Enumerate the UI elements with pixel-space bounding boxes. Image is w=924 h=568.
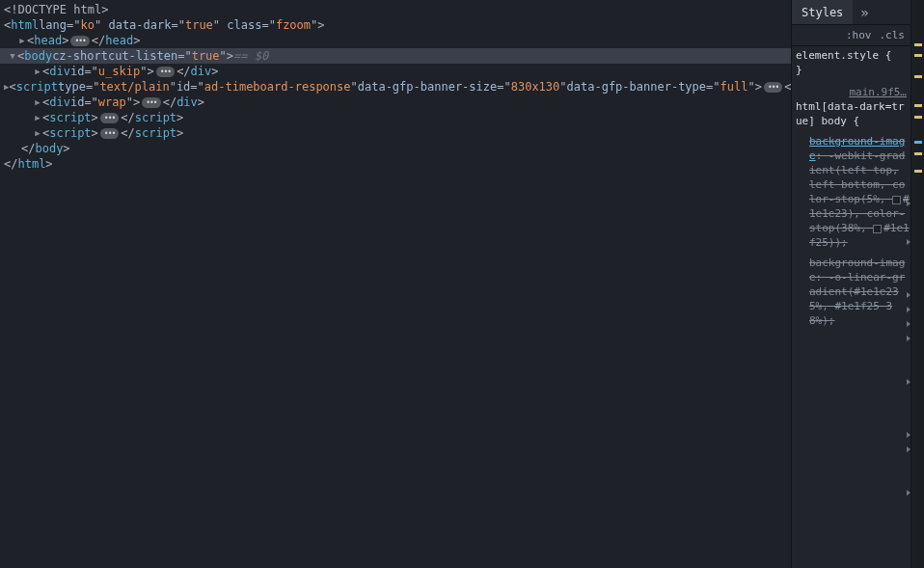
expand-toggle-icon[interactable]: ▶: [33, 97, 42, 107]
hov-button[interactable]: :hov: [846, 29, 872, 41]
expand-toggle-icon[interactable]: ▶: [33, 113, 42, 122]
minimap-marker[interactable]: [914, 43, 922, 46]
markers-column: [910, 0, 924, 568]
styles-panel: Styles » :hov .cls element.style { } mai…: [791, 0, 910, 568]
css-property[interactable]: background-image: -webkit-gradient(left …: [796, 134, 910, 250]
dom-child-node[interactable]: ▶<div id="u_skip">•••</div>: [0, 64, 791, 79]
color-swatch-icon[interactable]: [873, 225, 882, 233]
ellipsis-icon[interactable]: •••: [156, 67, 175, 77]
dom-html-open[interactable]: <html lang="ko" data-dark="true" class="…: [0, 17, 791, 33]
dom-doctype[interactable]: <!DOCTYPE html>: [0, 2, 791, 17]
styles-filter-row: :hov .cls: [792, 25, 910, 46]
color-swatch-icon[interactable]: [892, 196, 901, 204]
dom-child-node[interactable]: ▶<script>•••</script>: [0, 110, 791, 125]
styles-tabs: Styles »: [792, 0, 910, 25]
dom-body-open[interactable]: ▼ <body cz-shortcut-listen="true" > == $…: [0, 48, 791, 64]
minimap-marker[interactable]: [914, 104, 922, 107]
dom-child-node[interactable]: ▶<script type="text/plain" id="ad-timebo…: [0, 79, 791, 95]
ellipsis-icon[interactable]: •••: [70, 36, 89, 46]
dom-head[interactable]: ▶ <head> ••• </head>: [0, 33, 791, 48]
stylesheet-source-link[interactable]: main.9f5…: [796, 85, 910, 99]
minimap-marker[interactable]: [914, 75, 922, 78]
minimap-marker[interactable]: [914, 116, 922, 119]
ellipsis-icon[interactable]: •••: [100, 128, 119, 139]
styles-rules[interactable]: element.style { } main.9f5… html[data-da…: [792, 46, 910, 568]
ellipsis-icon[interactable]: •••: [142, 97, 160, 108]
ellipsis-icon[interactable]: •••: [764, 82, 782, 93]
expand-toggle-icon[interactable]: ▶: [17, 36, 27, 45]
styles-overflow-strip: [903, 46, 910, 568]
dom-body-close[interactable]: </body>: [0, 141, 791, 156]
expand-toggle-icon[interactable]: ▶: [33, 67, 42, 76]
style-rule[interactable]: element.style { }: [796, 48, 910, 77]
minimap-marker[interactable]: [914, 152, 922, 155]
style-rule[interactable]: main.9f5… html[data-dark=true] body { ba…: [796, 85, 910, 328]
tab-styles[interactable]: Styles: [792, 0, 853, 24]
expand-toggle-icon[interactable]: ▶: [33, 128, 42, 138]
selected-node-marker: == $0: [233, 49, 268, 63]
minimap-marker[interactable]: [914, 54, 922, 57]
cls-button[interactable]: .cls: [880, 29, 906, 41]
dom-html-close[interactable]: </html>: [0, 156, 791, 172]
dom-child-node[interactable]: ▶<div id="wrap">•••</div>: [0, 95, 791, 110]
collapse-toggle-icon[interactable]: ▼: [8, 51, 17, 61]
ellipsis-icon[interactable]: •••: [100, 113, 119, 123]
elements-tree[interactable]: <!DOCTYPE html> <html lang="ko" data-dar…: [0, 0, 791, 568]
more-tabs-icon[interactable]: »: [853, 5, 876, 20]
minimap-marker[interactable]: [914, 141, 922, 144]
minimap-marker[interactable]: [914, 170, 922, 173]
css-property[interactable]: background-image: -o-linear-gradient(#1e…: [796, 256, 910, 328]
dom-child-node[interactable]: ▶<script>•••</script>: [0, 125, 791, 141]
